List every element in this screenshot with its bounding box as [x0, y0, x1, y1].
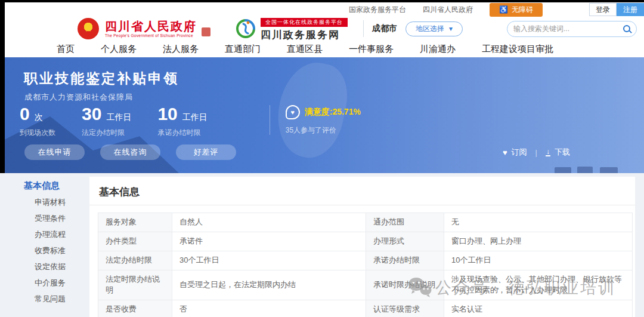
sidebar-item-6[interactable]: 中介服务	[35, 278, 66, 288]
section-sidebar: 基本信息申请材料受理条件办理流程收费标准设定依据中介服务常见问题	[24, 180, 66, 304]
action-button-1[interactable]: 在线咨询	[100, 144, 160, 160]
accessibility-button[interactable]: ♿ 无障碍	[490, 3, 543, 17]
stat-2: 10工作日承诺办结时限	[157, 105, 207, 138]
stat-number-row: 10工作日	[157, 105, 207, 123]
wheelchair-icon: ♿	[499, 6, 508, 13]
site-title-block[interactable]: 全国一体化在线政务服务平台 四川政务服务网	[261, 16, 348, 42]
chevron-down-icon: ▾	[449, 24, 453, 33]
nav-item-2[interactable]: 法人服务	[163, 44, 199, 55]
sidebar-item-0[interactable]: 基本信息	[24, 180, 66, 192]
stat-value: 10	[157, 105, 177, 123]
satisfaction-row: ♥满意度:25.71%	[286, 105, 361, 119]
nav-item-5[interactable]: 一件事服务	[349, 44, 394, 55]
auth-buttons: 登录 注册	[589, 3, 644, 16]
site-logo-icon	[236, 19, 256, 39]
action-divider: |	[535, 148, 537, 157]
banner-photo-detail	[600, 167, 618, 173]
stat-number-row: 0次	[20, 105, 55, 123]
service-title: 职业技能鉴定补贴申领	[24, 69, 179, 88]
top-link-1[interactable]: 四川省人民政府	[423, 5, 473, 14]
sidebar-item-7[interactable]: 常见问题	[35, 294, 66, 304]
page: { "top_bar": { "links": ["国家政务服务平台", "四川…	[0, 0, 644, 317]
heart-icon: ♥	[503, 148, 507, 157]
register-button[interactable]: 注册	[617, 3, 644, 16]
stat-unit: 次	[35, 112, 43, 123]
banner-photo-detail	[577, 167, 593, 173]
stat-1: 30工作日法定办结时限	[82, 105, 131, 138]
search-input[interactable]	[513, 24, 623, 33]
table-row-4: 是否收费否认证等级需求实名认证	[98, 300, 633, 317]
nav-item-6[interactable]: 川渝通办	[420, 44, 456, 55]
nav-item-0[interactable]: 首页	[57, 44, 75, 55]
header: ★ 四川省人民政府 The People's Government of Sic…	[0, 17, 644, 41]
region-block: 成都市 地区选择 ▾	[363, 20, 463, 37]
action-button-0[interactable]: 在线申请	[24, 144, 85, 160]
main-nav: 首页个人服务法人服务直通部门直通区县一件事服务川渝通办工程建设项目审批	[0, 41, 644, 57]
info-label: 承诺办结时限	[366, 251, 444, 270]
stat-value: 30	[82, 105, 101, 123]
sidebar-item-4[interactable]: 收费标准	[35, 245, 66, 256]
banner-photo-detail	[555, 167, 571, 173]
download-label: 下载	[555, 147, 570, 158]
stat-value: 0	[20, 105, 30, 123]
info-label: 认证等级需求	[366, 300, 444, 317]
accessibility-label: 无障碍	[512, 5, 533, 15]
info-label: 法定办结时限	[98, 251, 172, 270]
content-area: 基本信息申请材料受理条件办理流程收费标准设定依据中介服务常见问题 基本信息 服务…	[0, 173, 644, 317]
info-label: 服务对象	[98, 213, 172, 232]
login-button[interactable]: 登录	[589, 3, 617, 16]
top-utility-bar: 国家政务服务平台四川省人民政府 ♿ 无障碍 登录 注册	[0, 2, 644, 17]
info-value: 涉及现场查验、公示、其他部门办理、银行放款等不可控因素的，暂不计入办理时限	[444, 270, 633, 300]
gov-name-en: The People's Government of Sichuan Provi…	[105, 33, 197, 38]
sidebar-item-3[interactable]: 办理流程	[35, 229, 66, 240]
satisfaction-heart-icon: ♥	[286, 105, 300, 119]
satisfaction-participants: 35人参与了评价	[286, 125, 361, 136]
table-row-3: 法定时限办结说明自受理之日起，在法定期限内办结承诺时限办结说明涉及现场查验、公示…	[98, 270, 633, 300]
stats-divider	[270, 105, 270, 135]
region-selector[interactable]: 地区选择 ▾	[405, 21, 463, 36]
info-value: 自然人	[172, 213, 366, 232]
nav-item-3[interactable]: 直通部门	[225, 44, 261, 55]
site-name: 四川政务服务网	[261, 28, 348, 42]
stat-label: 到现场次数	[20, 128, 55, 138]
info-label: 办理形式	[366, 232, 444, 251]
info-label: 通办范围	[366, 213, 444, 232]
gov-name: 四川省人民政府	[105, 20, 197, 32]
subscribe-button[interactable]: ♥ 订阅	[503, 147, 527, 158]
subscribe-download: ♥ 订阅 | ↓ 下载	[503, 147, 570, 158]
info-label: 办件类型	[98, 232, 172, 251]
download-button[interactable]: ↓ 下载	[546, 147, 570, 158]
sidebar-item-2[interactable]: 受理条件	[35, 213, 66, 224]
national-emblem-icon: ★	[78, 18, 99, 39]
nav-item-1[interactable]: 个人服务	[101, 44, 137, 55]
info-value: 窗口办理、网上办理	[444, 232, 633, 251]
table-row-0: 服务对象自然人通办范围无	[98, 213, 633, 232]
info-value: 实名认证	[444, 300, 633, 317]
top-letterbox-bar	[0, 0, 644, 2]
action-button-2[interactable]: 好差评	[176, 144, 236, 160]
top-link-0[interactable]: 国家政务服务平台	[349, 5, 406, 14]
table-row-1: 办件类型承诺件办理形式窗口办理、网上办理	[98, 232, 633, 251]
info-value: 否	[172, 300, 366, 317]
sidebar-item-5[interactable]: 设定依据	[35, 261, 66, 272]
stat-number-row: 30工作日	[82, 105, 131, 123]
table-row-2: 法定办结时限30个工作日承诺办结时限10个工作日	[98, 251, 633, 270]
stat-label: 法定办结时限	[82, 128, 131, 138]
platform-tagline: 全国一体化在线政务服务平台	[261, 18, 348, 27]
search-icon[interactable]	[623, 25, 630, 32]
nav-item-7[interactable]: 工程建设项目审批	[482, 44, 553, 55]
info-card: 基本信息 服务对象自然人通办范围无办件类型承诺件办理形式窗口办理、网上办理法定办…	[89, 177, 635, 317]
section-title: 基本信息	[89, 177, 635, 205]
current-city: 成都市	[372, 23, 397, 34]
info-value: 无	[444, 213, 633, 232]
stat-label: 承诺办结时限	[157, 128, 207, 138]
nav-item-4[interactable]: 直通区县	[287, 44, 323, 55]
left-letterbox-bar	[0, 0, 5, 173]
header-divider	[363, 20, 364, 37]
sidebar-item-1[interactable]: 申请材料	[35, 197, 66, 208]
service-department: 成都市人力资源和社会保障局	[24, 92, 133, 103]
info-value: 承诺件	[172, 232, 366, 251]
info-label: 法定时限办结说明	[98, 270, 172, 300]
gov-logo[interactable]: 四川省人民政府 The People's Government of Sichu…	[105, 20, 197, 38]
service-stats: 0次到现场次数30工作日法定办结时限10工作日承诺办结时限♥满意度:25.71%…	[20, 105, 361, 138]
